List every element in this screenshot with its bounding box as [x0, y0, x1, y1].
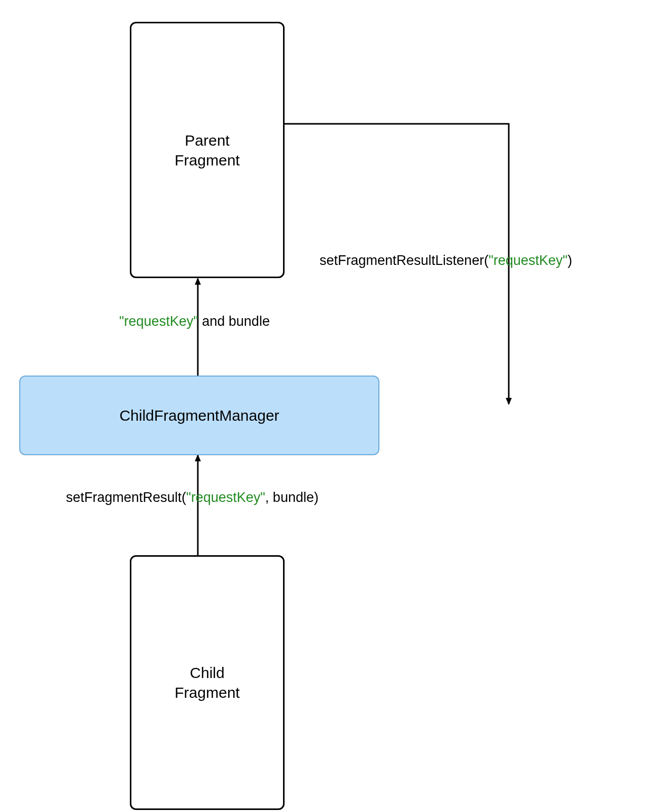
- listener-label: setFragmentResultListener("requestKey"): [320, 253, 572, 268]
- manager-label: ChildFragmentManager: [119, 405, 279, 425]
- child-line2: Fragment: [174, 684, 239, 701]
- listener-key: "requestKey": [488, 253, 568, 268]
- result-suffix: , bundle): [265, 490, 319, 505]
- listener-suffix: ): [568, 253, 572, 268]
- child-fragment-manager-box: ChildFragmentManager: [19, 376, 379, 455]
- result-label: setFragmentResult("requestKey", bundle): [66, 490, 319, 505]
- listener-prefix: setFragmentResultListener(: [320, 253, 488, 268]
- parent-line1: Parent: [185, 132, 229, 149]
- result-key: "requestKey": [186, 490, 265, 505]
- diagram-canvas: Parent Fragment ChildFragmentManager Chi…: [0, 0, 666, 812]
- parent-fragment-box: Parent Fragment: [130, 22, 285, 278]
- result-prefix: setFragmentResult(: [66, 490, 186, 505]
- parent-line2: Fragment: [174, 152, 239, 168]
- up-key: "requestKey": [119, 314, 198, 329]
- up-label: "requestKey" and bundle: [119, 314, 270, 329]
- child-fragment-box: Child Fragment: [130, 555, 285, 810]
- child-line1: Child: [190, 664, 224, 681]
- up-rest: and bundle: [198, 314, 270, 329]
